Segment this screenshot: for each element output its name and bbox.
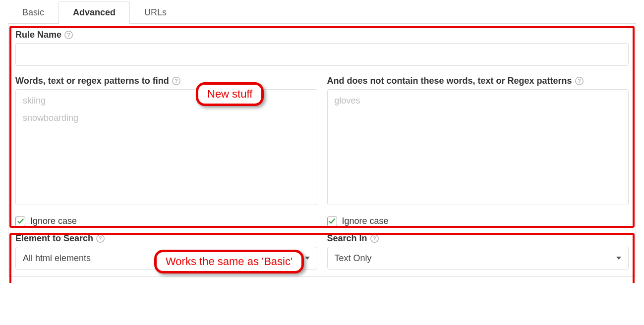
tab-advanced[interactable]: Advanced xyxy=(59,1,130,24)
exclude-words-tag[interactable]: gloves xyxy=(335,96,622,106)
help-icon[interactable]: ? xyxy=(64,31,73,39)
ignore-case-right-checkbox[interactable] xyxy=(327,217,337,226)
svg-text:?: ? xyxy=(373,235,376,241)
tab-basic[interactable]: Basic xyxy=(8,1,59,24)
find-words-tag[interactable]: snowboarding xyxy=(23,113,310,123)
caret-down-icon xyxy=(616,257,621,260)
help-icon[interactable]: ? xyxy=(96,234,105,243)
caret-down-icon xyxy=(305,257,310,260)
find-words-label: Words, text or regex patterns to find xyxy=(15,76,169,86)
search-in-select[interactable]: Text Only xyxy=(327,247,629,270)
find-words-input[interactable]: skiing snowboarding xyxy=(15,89,317,205)
find-words-tag[interactable]: skiing xyxy=(23,96,310,106)
search-in-value: Text Only xyxy=(335,253,372,264)
svg-text:?: ? xyxy=(99,235,102,241)
rule-name-input[interactable] xyxy=(15,43,629,66)
ignore-case-left-row: Ignore case xyxy=(15,216,317,226)
element-to-search-label-row: Element to Search ? xyxy=(15,233,317,244)
ignore-case-right-row: Ignore case xyxy=(327,216,629,226)
search-in-label-row: Search In ? xyxy=(327,233,629,244)
help-icon[interactable]: ? xyxy=(172,77,180,85)
rule-name-label: Rule Name xyxy=(15,30,61,40)
help-icon[interactable]: ? xyxy=(370,234,379,243)
help-icon[interactable]: ? xyxy=(575,77,584,85)
tabs-bar: Basic Advanced URLs xyxy=(8,0,636,24)
element-to-search-select[interactable]: All html elements xyxy=(15,247,317,270)
search-in-label: Search In xyxy=(327,233,367,244)
exclude-words-label: And does not contain these words, text o… xyxy=(327,76,572,86)
element-to-search-value: All html elements xyxy=(23,253,91,264)
ignore-case-right-label: Ignore case xyxy=(342,216,389,226)
element-to-search-label: Element to Search xyxy=(15,233,93,244)
exclude-words-input[interactable]: gloves xyxy=(327,89,629,205)
exclude-words-label-row: And does not contain these words, text o… xyxy=(327,76,629,86)
advanced-panel: Rule Name ? Words, text or regex pattern… xyxy=(8,24,636,277)
svg-text:?: ? xyxy=(175,78,177,84)
tab-urls[interactable]: URLs xyxy=(130,1,181,24)
find-words-label-row: Words, text or regex patterns to find ? xyxy=(15,76,317,86)
rule-name-label-row: Rule Name ? xyxy=(15,30,629,40)
ignore-case-left-checkbox[interactable] xyxy=(15,217,25,226)
svg-text:?: ? xyxy=(67,32,70,38)
ignore-case-left-label: Ignore case xyxy=(30,216,77,226)
svg-text:?: ? xyxy=(578,78,581,84)
